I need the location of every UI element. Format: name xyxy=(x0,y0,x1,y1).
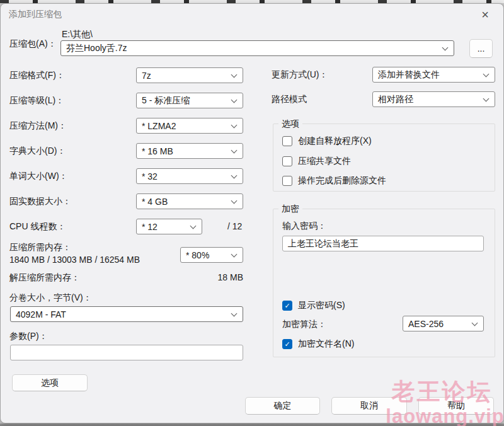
chevron-down-icon xyxy=(231,197,238,204)
update-mode-value: 添加并替换文件 xyxy=(378,69,440,81)
ok-button[interactable]: 确定 xyxy=(245,397,320,415)
password-value: 上老王论坛当老王 xyxy=(288,238,358,250)
checkbox-create-sfx-label: 创建自释放程序(X) xyxy=(298,135,372,147)
archive-path: E:\其他\ xyxy=(62,29,93,40)
checkbox-delete-after[interactable]: 操作完成后删除源文件 xyxy=(282,175,386,187)
options-button-label: 选项 xyxy=(41,377,59,389)
word-size-combobox[interactable]: * 32 xyxy=(136,168,243,184)
chevron-down-icon xyxy=(231,172,238,178)
checkbox-icon xyxy=(282,136,292,146)
checkbox-icon xyxy=(282,156,292,166)
ok-button-label: 确定 xyxy=(274,400,292,412)
checkbox-encrypt-filenames[interactable]: 加密文件名(N) xyxy=(282,338,354,350)
close-icon[interactable]: × xyxy=(474,6,496,23)
memory-usage-value: * 80% xyxy=(186,250,209,260)
format-value: 7z xyxy=(142,71,151,81)
add-to-archive-dialog: 添加到压缩包 × 压缩包(A)： E:\其他\ 芬兰Hooly舌.7z ... … xyxy=(0,3,504,423)
chevron-down-icon xyxy=(231,96,238,103)
checkbox-icon xyxy=(282,301,292,311)
chevron-down-icon xyxy=(231,147,238,153)
chevron-down-icon xyxy=(483,95,490,101)
encryption-group-title: 加密 xyxy=(278,204,302,215)
browse-button-label: ... xyxy=(478,43,485,54)
archive-name-combobox[interactable]: 芬兰Hooly舌.7z xyxy=(60,40,454,56)
checkbox-show-password[interactable]: 显示密码(S) xyxy=(282,300,345,311)
level-combobox[interactable]: 5 - 标准压缩 xyxy=(136,93,243,108)
solid-size-combobox[interactable]: * 4 GB xyxy=(136,193,243,209)
decompress-memory-label: 解压缩所需内存： xyxy=(9,272,80,284)
method-value: * LZMA2 xyxy=(142,121,176,131)
dictionary-label: 字典大小(D)： xyxy=(9,146,66,157)
chevron-down-icon xyxy=(231,310,238,316)
decompress-memory-value: 18 MB xyxy=(193,272,243,282)
chevron-down-icon xyxy=(231,71,238,78)
format-label: 压缩格式(F)： xyxy=(9,70,65,81)
cpu-threads-value: * 12 xyxy=(142,222,158,232)
path-mode-label: 路径模式 xyxy=(272,94,307,105)
archive-name-value: 芬兰Hooly舌.7z xyxy=(66,43,127,54)
path-mode-combobox[interactable]: 相对路径 xyxy=(372,91,495,107)
update-mode-label: 更新方式(U)： xyxy=(272,69,328,81)
encryption-method-combobox[interactable]: AES-256 xyxy=(403,316,484,331)
encryption-method-value: AES-256 xyxy=(408,319,444,329)
chevron-down-icon xyxy=(472,320,478,326)
dictionary-combobox[interactable]: * 16 MB xyxy=(136,143,243,159)
help-button-label: 帮助 xyxy=(447,400,465,412)
memory-usage-combobox[interactable]: * 80% xyxy=(180,247,243,263)
method-combobox[interactable]: * LZMA2 xyxy=(136,118,243,134)
checkbox-create-sfx[interactable]: 创建自释放程序(X) xyxy=(282,135,372,147)
format-combobox[interactable]: 7z xyxy=(136,67,243,83)
checkbox-show-password-label: 显示密码(S) xyxy=(298,300,345,311)
memory-usage-detail: 1840 MB / 13003 MB / 16254 MB xyxy=(9,255,140,265)
checkbox-compress-shared-label: 压缩共享文件 xyxy=(298,156,351,167)
help-button[interactable]: 帮助 xyxy=(418,397,494,415)
update-mode-combobox[interactable]: 添加并替换文件 xyxy=(372,67,495,83)
dictionary-value: * 16 MB xyxy=(142,146,173,156)
chevron-down-icon xyxy=(483,71,490,77)
cpu-threads-combobox[interactable]: * 12 xyxy=(136,219,202,234)
background-window-edge-bottom xyxy=(0,423,504,426)
memory-usage-label: 压缩所需内存： xyxy=(9,242,71,253)
parameters-input[interactable] xyxy=(10,345,243,360)
solid-size-value: * 4 GB xyxy=(142,197,168,207)
archive-label: 压缩包(A)： xyxy=(9,38,57,50)
encryption-method-label: 加密算法： xyxy=(282,319,326,330)
password-label: 输入密码： xyxy=(282,221,326,232)
split-volume-combobox[interactable]: 4092M - FAT xyxy=(10,306,243,322)
password-input[interactable]: 上老王论坛当老王 xyxy=(282,236,484,251)
parameters-label: 参数(P)： xyxy=(9,331,48,342)
path-mode-value: 相对路径 xyxy=(378,94,413,105)
checkbox-icon xyxy=(282,339,292,349)
dialog-title: 添加到压缩包 xyxy=(9,9,62,20)
options-button[interactable]: 选项 xyxy=(12,374,88,391)
level-label: 压缩等级(L)： xyxy=(9,95,64,106)
split-volume-value: 4092M - FAT xyxy=(16,309,66,320)
checkbox-encrypt-filenames-label: 加密文件名(N) xyxy=(298,338,354,350)
checkbox-delete-after-label: 操作完成后删除源文件 xyxy=(298,175,386,187)
word-size-label: 单词大小(W)： xyxy=(9,171,68,182)
options-group-title: 选项 xyxy=(278,118,302,130)
checkbox-icon xyxy=(282,176,292,186)
chevron-down-icon xyxy=(190,222,197,229)
solid-size-label: 固实数据大小： xyxy=(9,196,71,207)
cpu-threads-max: / 12 xyxy=(227,221,242,231)
browse-button[interactable]: ... xyxy=(469,39,493,58)
split-volume-label: 分卷大小，字节(V)： xyxy=(9,292,92,304)
cancel-button-label: 取消 xyxy=(360,400,378,412)
method-label: 压缩方法(M)： xyxy=(9,120,67,132)
chevron-down-icon xyxy=(231,251,238,257)
chevron-down-icon xyxy=(231,122,238,128)
level-value: 5 - 标准压缩 xyxy=(142,95,190,106)
cancel-button[interactable]: 取消 xyxy=(331,397,407,415)
word-size-value: * 32 xyxy=(142,171,158,181)
checkbox-compress-shared[interactable]: 压缩共享文件 xyxy=(282,156,351,167)
chevron-down-icon xyxy=(442,44,449,50)
cpu-threads-label: CPU 线程数： xyxy=(9,221,66,233)
